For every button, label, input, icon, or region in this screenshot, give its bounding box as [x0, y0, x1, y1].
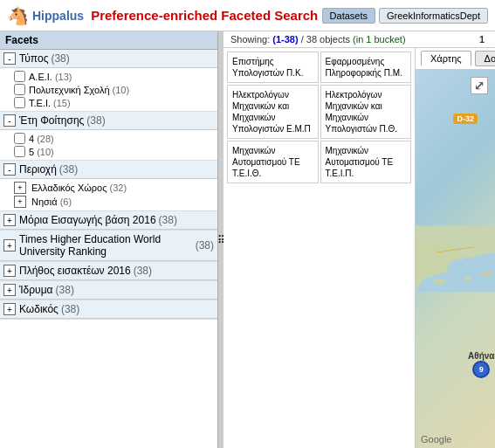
facet-title-moria[interactable]: + Μόρια Εισαγωγής βάση 2016 (38) [0, 211, 217, 230]
checkbox-5[interactable] [14, 146, 25, 157]
facet-item-count: (15) [53, 98, 71, 108]
showing-bucket: (in 1 bucket) [353, 34, 406, 45]
facet-title-times[interactable]: + Times Higher Education World Universit… [0, 231, 217, 261]
facet-item-count: (10) [37, 147, 54, 157]
tab-satellite[interactable]: Δορυφόρος [475, 51, 495, 66]
dept-button[interactable]: GreekInformaticsDept [379, 8, 488, 24]
facet-title-eti[interactable]: - Έτη Φοίτησης (38) [0, 112, 217, 130]
facet-item[interactable]: Τ.Ε.Ι. (15) [14, 96, 214, 109]
svg-point-4 [464, 277, 472, 280]
facet-toggle-moria[interactable]: + [3, 214, 16, 226]
facet-item-label: Πολυτεχνική Σχολή [29, 85, 110, 95]
svg-point-5 [482, 272, 492, 276]
header-buttons: Datasets GreekInformaticsDept [322, 8, 488, 24]
checkbox-polytechniki[interactable] [14, 84, 25, 95]
tab-map[interactable]: Χάρτης [421, 51, 471, 66]
datasets-button[interactable]: Datasets [322, 8, 375, 24]
checkbox-tei[interactable] [14, 97, 25, 108]
checkbox-aei[interactable] [14, 71, 25, 82]
showing-bar: Showing: (1-38) / 38 objects (in 1 bucke… [223, 31, 495, 48]
main: Facets - Τύπος (38) Α.Ε.Ι. (13) Π [0, 31, 495, 448]
facet-item[interactable]: 4 (28) [14, 132, 214, 145]
facet-item[interactable]: Πολυτεχνική Σχολή (10) [14, 83, 214, 96]
facet-title-periochi[interactable]: - Περιοχή (38) [0, 161, 217, 179]
logo-area: 🐴 Hippalus [7, 5, 84, 26]
facet-item-label: Ελλαδικός Χώρος [31, 183, 107, 193]
facet-title-idrima[interactable]: + Ίδρυμα (38) [0, 281, 217, 300]
facet-item[interactable]: + Ελλαδικός Χώρος (32) [14, 181, 214, 195]
facet-label-plithos: Πλήθος εισακτέων 2016 [19, 265, 131, 277]
facet-toggle-kodikos[interactable]: + [3, 303, 16, 315]
facet-item[interactable]: + Νησιά (6) [14, 195, 214, 209]
facet-item-count: (28) [37, 134, 54, 144]
facet-group-periochi: - Περιοχή (38) + Ελλαδικός Χώρος (32) + … [0, 161, 217, 211]
facet-toggle-eti[interactable]: - [3, 114, 16, 127]
facet-title-plithos[interactable]: + Πλήθος εισακτέων 2016 (38) [0, 262, 217, 280]
facet-toggle-times[interactable]: + [3, 239, 16, 252]
facet-item-count: (10) [113, 85, 130, 95]
result-item[interactable]: Μηχανικών Αυτοματισμού ΤΕ Τ.Ε.Ι.Π. [320, 141, 412, 183]
hippalus-icon: 🐴 [7, 5, 29, 26]
result-item[interactable]: Επιστήμης Υπολογιστών Π.Κ. [227, 52, 319, 83]
results-grid: Επιστήμης Υπολογιστών Π.Κ. Εφαρμοσμένης … [223, 48, 416, 448]
facet-label-times: Times Higher Education World University … [19, 233, 193, 258]
facet-item[interactable]: 5 (10) [14, 145, 214, 158]
svg-point-3 [433, 279, 446, 284]
facet-item-label: 4 [29, 134, 34, 144]
checkbox-4[interactable] [14, 133, 25, 144]
facet-title-kodikos[interactable]: + Κωδικός (38) [0, 300, 217, 319]
facet-toggle-plithos[interactable]: + [3, 265, 16, 277]
facet-group-idrima: + Ίδρυμα (38) [0, 281, 217, 300]
facet-item-count: (13) [55, 72, 72, 82]
facet-group-moria: + Μόρια Εισαγωγής βάση 2016 (38) [0, 211, 217, 231]
facet-count-periochi: (38) [59, 163, 78, 176]
facet-group-kodikos: + Κωδικός (38) [0, 300, 217, 320]
sidebar: Facets - Τύπος (38) Α.Ε.Ι. (13) Π [0, 31, 218, 448]
header-title: Preference-enriched Faceted Search [91, 8, 321, 23]
facet-item-label: Τ.Ε.Ι. [29, 98, 51, 108]
athens-label: Αθήνα [468, 351, 494, 361]
result-text: Εφαρμοσμένης Πληροφορικής Π.Μ. [326, 57, 402, 78]
facet-group-typos: - Τύπος (38) Α.Ε.Ι. (13) Πολυτεχνική Σχο… [0, 50, 217, 112]
google-label: Google [421, 434, 451, 445]
facet-toggle-typos[interactable]: - [3, 52, 16, 65]
facet-item-label: Α.Ε.Ι. [29, 72, 52, 82]
app: 🐴 Hippalus Preference-enriched Faceted S… [0, 0, 495, 448]
result-item[interactable]: Μηχανικών Αυτοματισμού ΤΕ Τ.Ε.Ι.Θ. [227, 141, 319, 183]
athens-dot[interactable]: 9 [472, 361, 490, 378]
result-text: Ηλεκτρολόγων Μηχανικών και Μηχανικών Υπο… [326, 90, 398, 134]
facet-items-periochi: + Ελλαδικός Χώρος (32) + Νησιά (6) [0, 179, 217, 210]
map-svg [416, 70, 495, 448]
page-number: 1 [479, 34, 485, 45]
facet-label-typos: Τύπος [19, 52, 48, 65]
athens-marker[interactable]: Αθήνα 9 [468, 351, 494, 378]
facet-count-idrima: (38) [56, 284, 74, 296]
showing-label: Showing: (1-38) / 38 objects (in 1 bucke… [230, 34, 406, 45]
facet-count-typos: (38) [51, 52, 69, 65]
facet-toggle-idrima[interactable]: + [3, 284, 16, 296]
header: 🐴 Hippalus Preference-enriched Faceted S… [0, 0, 495, 31]
facet-count-kodikos: (38) [61, 303, 79, 315]
facet-count-plithos: (38) [134, 265, 152, 277]
map-ctrl-expand[interactable]: ⤢ [471, 77, 488, 94]
facet-group-plithos: + Πλήθος εισακτέων 2016 (38) [0, 262, 217, 281]
results-map: Επιστήμης Υπολογιστών Π.Κ. Εφαρμοσμένης … [223, 48, 495, 448]
result-item[interactable]: Ηλεκτρολόγων Μηχανικών και Μηχανικών Υπο… [320, 85, 412, 139]
facet-toggle-periochi[interactable]: - [3, 163, 16, 176]
right-panel: Showing: (1-38) / 38 objects (in 1 bucke… [223, 31, 495, 448]
showing-total: / 38 objects [301, 34, 350, 45]
facets-header: Facets [0, 31, 217, 50]
facet-item[interactable]: Α.Ε.Ι. (13) [14, 70, 214, 83]
road-badge: D-32 [453, 114, 478, 124]
svg-point-2 [447, 258, 490, 279]
map-container[interactable]: Αθήνα 9 D-32 ⤢ Google [416, 70, 495, 448]
expand-elladikos[interactable]: + [14, 182, 26, 194]
result-text: Μηχανικών Αυτοματισμού ΤΕ Τ.Ε.Ι.Θ. [232, 146, 300, 178]
result-item[interactable]: Ηλεκτρολόγων Μηχανικών και Μηχανικών Υπο… [227, 85, 319, 139]
map-area: Χάρτης Δορυφόρος [416, 48, 495, 448]
result-item[interactable]: Εφαρμοσμένης Πληροφορικής Π.Μ. [320, 52, 412, 83]
facet-title-typos[interactable]: - Τύπος (38) [0, 50, 217, 68]
facet-count-moria: (38) [159, 214, 177, 226]
expand-nisia[interactable]: + [14, 196, 26, 208]
facet-count-eti: (38) [86, 114, 105, 127]
